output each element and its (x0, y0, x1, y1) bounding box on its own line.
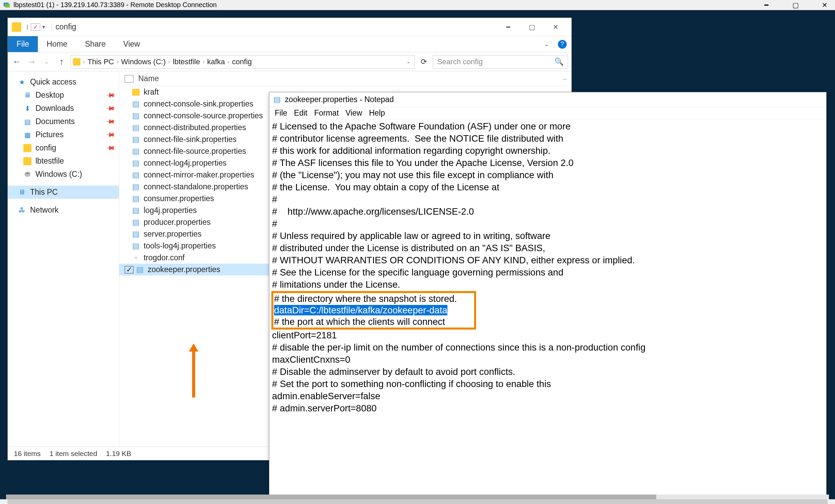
ribbon-tab-file[interactable]: File (8, 36, 38, 52)
sidebar-item-drive[interactable]: ⛃Windows (C:) (8, 168, 119, 181)
explorer-title: config (56, 22, 76, 32)
rdp-close-button[interactable]: ✕ (817, 0, 832, 10)
chevron-right-icon[interactable]: › (228, 59, 229, 64)
breadcrumb-dropdown-icon[interactable]: ⌄ (405, 59, 412, 64)
file-icon: ▤ (131, 183, 140, 191)
sidebar-this-pc[interactable]: 🖥This PC (8, 186, 119, 199)
explorer-maximize-button[interactable]: ▢ (520, 20, 544, 34)
sidebar-network[interactable]: 🖧Network (8, 203, 119, 217)
menu-format[interactable]: Format (311, 108, 342, 118)
file-icon: ▤ (131, 171, 140, 180)
status-selected: 1 item selected (49, 449, 97, 458)
this-pc-icon: 🖥 (18, 188, 26, 196)
chevron-right-icon[interactable]: › (117, 59, 118, 64)
explorer-titlebar[interactable]: | ✓ ▾ config ━ ▢ ✕ (8, 18, 571, 36)
crumb-folder[interactable]: kafka (207, 58, 225, 66)
folder-icon (131, 88, 140, 97)
file-name: connect-distributed.properties (144, 123, 246, 132)
crumb-folder[interactable]: config (232, 58, 252, 66)
file-icon: ▤ (131, 194, 140, 203)
file-name: consumer.properties (144, 194, 214, 203)
nav-up-button[interactable]: ↑ (56, 56, 67, 67)
select-all-checkbox[interactable] (125, 75, 134, 82)
search-input[interactable]: Search config 🔍 (433, 55, 568, 68)
rdp-titlebar: lbpstest01 (1) - 139.219.140.73:3389 - R… (0, 0, 835, 10)
nav-back-button[interactable]: ← (11, 56, 23, 67)
sidebar-item-desktop[interactable]: 🖥Desktop📌 (8, 88, 119, 102)
scrollbar-thumb[interactable] (6, 495, 656, 499)
download-icon: ⬇ (23, 104, 32, 113)
pin-icon: 📌 (105, 129, 116, 140)
scrollbar-thumb[interactable] (7, 499, 828, 504)
sidebar-item-pictures[interactable]: ▦Pictures📌 (8, 128, 119, 141)
annotation-highlight-box: # the directory where the snapshot is st… (271, 291, 476, 329)
file-name: server.properties (144, 229, 201, 239)
sort-indicator-icon: ︿ (563, 76, 567, 82)
file-icon: ▤ (131, 159, 140, 168)
star-icon: ★ (18, 78, 26, 86)
column-name[interactable]: Name (138, 74, 505, 83)
rdp-minimize-button[interactable]: ━ (759, 0, 774, 10)
file-icon: ▤ (131, 135, 140, 144)
explorer-minimize-button[interactable]: ━ (496, 20, 520, 34)
nav-forward-button[interactable]: → (26, 56, 38, 67)
file-name: producer.properties (144, 218, 210, 227)
pictures-icon: ▦ (23, 131, 32, 139)
separator (52, 23, 52, 32)
menu-help[interactable]: Help (366, 108, 388, 118)
rdp-maximize-button[interactable]: ▢ (788, 0, 803, 10)
sidebar-item-documents[interactable]: ▤Documents📌 (8, 115, 119, 128)
explorer-ribbon: File Home Share View ⌄ ? (8, 36, 571, 53)
refresh-button[interactable]: ⟳ (418, 56, 429, 67)
remote-horizontal-scrollbar[interactable] (6, 495, 829, 499)
notepad-icon: ▤ (273, 95, 282, 104)
ribbon-tab-view[interactable]: View (115, 36, 149, 52)
crumb-drive[interactable]: Windows (C:) (121, 58, 166, 66)
breadcrumb-folder-icon (73, 58, 80, 65)
file-name: tools-log4j.properties (144, 241, 216, 250)
file-icon: ▫ (131, 254, 140, 262)
chevron-right-icon[interactable]: › (83, 59, 85, 64)
sidebar-item-config[interactable]: config📌 (8, 141, 119, 155)
chevron-right-icon[interactable]: › (203, 59, 204, 64)
qat-dropdown-icon[interactable]: ▾ (42, 24, 45, 30)
rdp-icon (3, 1, 11, 9)
ribbon-tab-share[interactable]: Share (76, 36, 114, 52)
network-icon: 🖧 (18, 206, 26, 214)
notepad-window[interactable]: ▤ zookeeper.properties - Notepad File Ed… (269, 92, 827, 504)
file-name: connect-file-source.properties (144, 147, 246, 156)
selected-text: dataDir=C:/lbtestfile/kafka/zookeeper-da… (274, 305, 447, 315)
breadcrumb[interactable]: › This PC › Windows (C:) › lbtestfile › … (70, 55, 415, 68)
row-checkbox[interactable]: ✓ (125, 266, 134, 274)
sidebar-item-lbtestfile[interactable]: lbtestfile (8, 155, 119, 168)
crumb-folder[interactable]: lbtestfile (173, 58, 200, 66)
file-icon: ▤ (131, 230, 140, 239)
chevron-right-icon[interactable]: › (168, 59, 170, 64)
qat-checkbox-icon[interactable]: ✓ (31, 23, 40, 31)
rdp-horizontal-scrollbar[interactable] (0, 499, 835, 504)
sidebar-item-downloads[interactable]: ⬇Downloads📌 (8, 102, 119, 115)
help-icon[interactable]: ? (558, 40, 567, 49)
menu-file[interactable]: File (271, 108, 291, 118)
menu-view[interactable]: View (342, 108, 366, 118)
notepad-titlebar[interactable]: ▤ zookeeper.properties - Notepad (269, 92, 826, 107)
filelist-header[interactable]: Name ︿ (119, 73, 571, 86)
folder-icon (12, 22, 21, 32)
file-icon: ▤ (131, 100, 140, 108)
crumb-this-pc[interactable]: This PC (87, 58, 114, 66)
folder-icon (23, 157, 32, 165)
pin-icon: 📌 (105, 90, 116, 100)
ribbon-tab-home[interactable]: Home (38, 36, 76, 52)
rdp-title: lbpstest01 (1) - 139.219.140.73:3389 - R… (14, 1, 759, 9)
notepad-editor[interactable]: # Licensed to the Apache Software Founda… (269, 119, 826, 416)
explorer-close-button[interactable]: ✕ (544, 20, 567, 34)
folder-icon (23, 144, 32, 152)
menu-edit[interactable]: Edit (291, 108, 311, 118)
pin-icon: 📌 (105, 103, 116, 114)
ribbon-expand-icon[interactable]: ⌄ (539, 36, 553, 52)
sidebar-quick-access[interactable]: ★ Quick access (8, 75, 119, 88)
file-icon: ▤ (131, 218, 140, 227)
search-placeholder: Search config (437, 58, 483, 66)
nav-history-dropdown[interactable]: ⌄ (41, 56, 53, 67)
file-name: connect-file-sink.properties (144, 135, 237, 144)
